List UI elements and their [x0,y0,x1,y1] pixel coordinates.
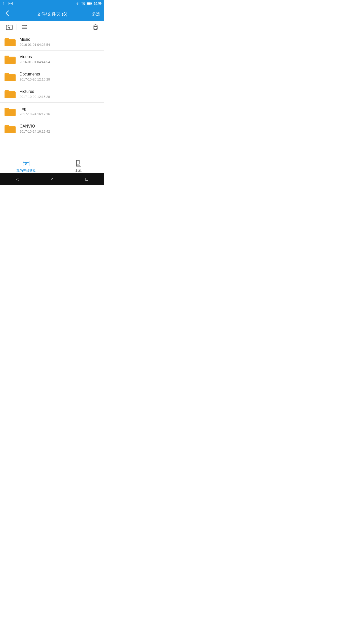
svg-rect-9 [87,3,91,5]
folder-icon [4,54,16,64]
svg-rect-8 [92,3,92,4]
android-recent-button[interactable]: □ [80,175,93,184]
svg-rect-25 [5,127,16,133]
file-name: Music [20,37,100,42]
folder-icon [4,106,16,116]
file-info: Music 2016-01-01 04:28:54 [20,37,100,47]
android-back-button[interactable]: ◁ [11,174,24,184]
wifi-icon: ? [3,2,7,5]
file-name: Documents [20,72,100,76]
svg-rect-19 [95,28,96,29]
list-item[interactable]: Documents 2017-10-20 12:15:28 [0,68,104,85]
battery-icon [87,2,92,5]
file-name: Videos [20,55,100,59]
toolbar-divider [17,24,17,30]
list-item[interactable]: Pictures 2017-10-20 12:15:28 [0,85,104,103]
file-name: Log [20,107,100,111]
file-info: Pictures 2017-10-20 12:15:28 [20,89,100,99]
status-bar-left: ? [3,2,13,5]
nav-wireless-disk-label: 我的无线硬盘 [16,169,36,173]
add-folder-button[interactable] [3,22,16,32]
nav-wireless-disk[interactable]: 我的无线硬盘 [0,158,52,175]
list-item[interactable]: Log 2017-10-24 16:17:16 [0,103,104,120]
android-home-button[interactable]: ○ [46,175,59,184]
folder-icon [4,37,16,47]
sim-icon [81,2,85,5]
file-date: 2016-01-01 04:44:54 [20,60,100,64]
home-button[interactable] [90,21,101,33]
toolbar [0,21,104,33]
svg-rect-23 [5,92,16,98]
svg-rect-30 [77,161,79,164]
multi-select-button[interactable]: 多选 [90,12,100,17]
app-header: 文件/文件夹 (6) 多选 [0,7,104,21]
file-info: Videos 2016-01-01 04:44:54 [20,55,100,64]
file-date: 2017-10-24 16:19:42 [20,130,100,133]
nav-local-label: 本地 [75,169,81,173]
page-title: 文件/文件夹 (6) [14,11,90,17]
file-info: CANVIO 2017-10-24 16:19:42 [20,124,100,133]
wifi-signal-icon [76,2,80,5]
file-date: 2017-10-20 12:15:28 [20,77,100,81]
file-date: 2016-01-01 04:28:54 [20,43,100,47]
file-list: Music 2016-01-01 04:28:54 Videos 2016-01… [0,33,104,137]
nav-local[interactable]: 本地 [52,158,104,175]
svg-point-28 [25,164,27,165]
file-date: 2017-10-20 12:15:28 [20,95,100,99]
file-info: Log 2017-10-24 16:17:16 [20,107,100,116]
folder-icon [4,71,16,82]
back-button[interactable] [4,10,14,18]
status-bar-right: 10:59 [76,2,102,5]
status-bar: ? 10:59 [0,0,104,7]
folder-icon [4,89,16,99]
svg-rect-20 [5,40,16,46]
svg-rect-22 [5,75,16,81]
svg-rect-21 [5,58,16,64]
file-info: Documents 2017-10-20 12:15:28 [20,72,100,81]
time-display: 10:59 [94,2,102,5]
file-name: Pictures [20,89,100,94]
list-item[interactable]: CANVIO 2017-10-24 16:19:42 [0,120,104,137]
folder-icon [4,124,16,134]
sort-button[interactable] [18,22,30,32]
android-nav-bar: ◁ ○ □ [0,173,104,185]
list-item[interactable]: Videos 2016-01-01 04:44:54 [0,51,104,68]
list-item[interactable]: Music 2016-01-01 04:28:54 [0,33,104,51]
toolbar-left [3,22,30,32]
svg-rect-24 [5,110,16,116]
file-name: CANVIO [20,124,100,129]
file-date: 2017-10-24 16:17:16 [20,112,100,116]
svg-text:?: ? [3,2,4,5]
bottom-nav: 我的无线硬盘 本地 [0,159,104,173]
image-icon [9,2,13,5]
